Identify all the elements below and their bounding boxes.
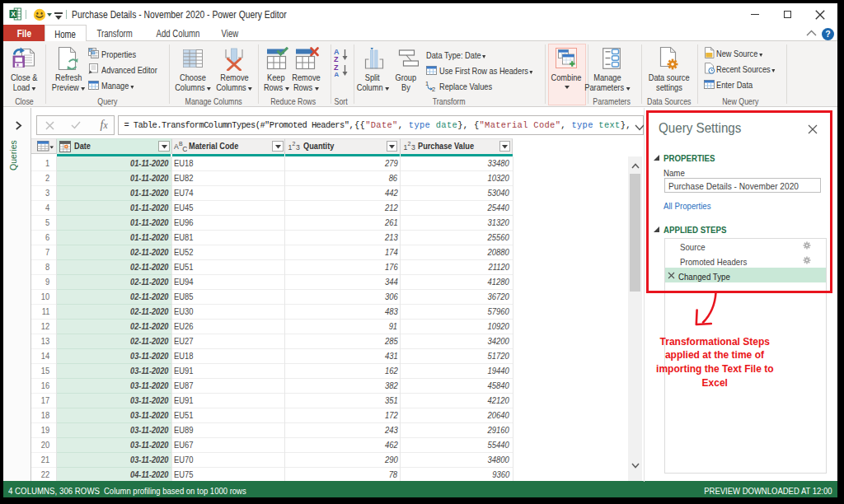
svg-text:3: 3 — [411, 143, 415, 152]
svg-text:2: 2 — [432, 85, 435, 91]
svg-text:X: X — [11, 10, 16, 18]
svg-text:2: 2 — [407, 141, 410, 147]
svg-text:1: 1 — [425, 80, 429, 87]
svg-text:C: C — [182, 145, 187, 152]
svg-text:A: A — [334, 70, 340, 77]
svg-text:2: 2 — [292, 141, 295, 147]
svg-text:3: 3 — [296, 143, 300, 152]
svg-text:Z: Z — [334, 55, 339, 63]
